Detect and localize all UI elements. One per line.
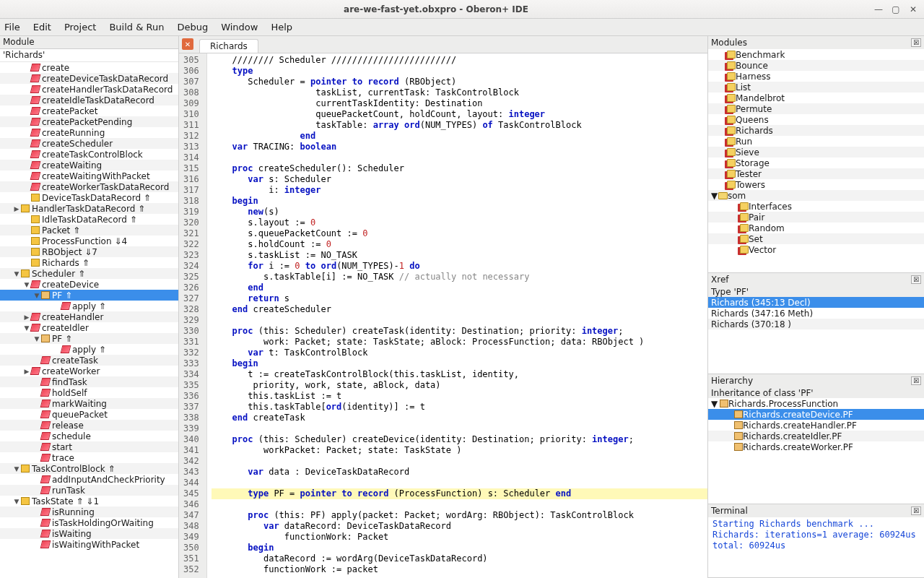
module-item[interactable]: Richards [708, 125, 924, 136]
tree-item[interactable]: ▼PF ⇑ [0, 333, 178, 344]
hierarchy-item[interactable]: Richards.createDevice.PF [708, 409, 924, 420]
tree-item[interactable]: ▼TaskState ⇑ ⇓1 [0, 496, 178, 506]
xref-item[interactable]: Richards (370:18 ) [708, 319, 924, 329]
modules-tree[interactable]: BenchmarkBounceHarnessListMandelbrotPerm… [708, 49, 924, 272]
tree-item[interactable]: isWaiting [0, 528, 178, 539]
tree-item[interactable]: IdleTaskDataRecord ⇑ [0, 214, 178, 225]
menu-edit[interactable]: Edit [33, 22, 51, 33]
tree-item[interactable]: createTask [0, 355, 178, 366]
close-button[interactable]: ✕ [907, 3, 920, 16]
proc-icon [40, 486, 51, 495]
panel-close-icon[interactable]: ☒ [911, 506, 921, 515]
tree-item[interactable]: RBObject ⇓7 [0, 246, 178, 257]
module-item[interactable]: Mandelbrot [708, 92, 924, 103]
module-tree[interactable]: createcreateDeviceTaskDataRecordcreateHa… [0, 62, 178, 578]
module-item[interactable]: Sieve [708, 147, 924, 158]
xref-item[interactable]: Richards (345:13 Decl) [708, 297, 924, 308]
code-editor[interactable]: 3053063073083093103113123133143153163173… [179, 53, 707, 578]
tree-label: createWorker [42, 366, 100, 376]
tree-item[interactable]: holdSelf [0, 387, 178, 398]
tree-item[interactable]: apply ⇑ [0, 301, 178, 311]
tree-item[interactable]: release [0, 420, 178, 431]
tree-item[interactable]: ▼createDevice [0, 279, 178, 290]
menu-debug[interactable]: Debug [177, 22, 208, 33]
tree-item[interactable]: createIdleTaskDataRecord [0, 95, 178, 105]
hierarchy-item[interactable]: ▼Richards.ProcessFunction [708, 398, 924, 409]
menu-help[interactable]: Help [271, 22, 292, 33]
module-item[interactable]: Benchmark [708, 49, 924, 60]
tree-item[interactable]: ▶createHandler [0, 311, 178, 322]
module-item[interactable]: Vector [708, 244, 924, 255]
tree-item[interactable]: createTaskControlBlock [0, 149, 178, 160]
tree-item[interactable]: isWaitingWithPacket [0, 539, 178, 550]
tree-item[interactable]: queuePacket [0, 409, 178, 420]
tree-item[interactable]: createPacket [0, 105, 178, 116]
tree-item[interactable]: schedule [0, 431, 178, 441]
proc-icon [40, 377, 51, 387]
tree-item[interactable]: create [0, 62, 178, 73]
module-item[interactable]: Run [708, 136, 924, 147]
tree-item[interactable]: createRunning [0, 127, 178, 138]
tree-item[interactable]: createHandlerTaskDataRecord [0, 84, 178, 95]
module-item[interactable]: Permute [708, 103, 924, 114]
tree-item[interactable]: ▼TaskControlBlock ⇑ [0, 463, 178, 474]
tree-item[interactable]: findTask [0, 376, 178, 387]
tree-item[interactable]: createScheduler [0, 138, 178, 149]
module-item[interactable]: Interfaces [708, 201, 924, 212]
module-item[interactable]: Storage [708, 158, 924, 168]
tree-item[interactable]: ▼Scheduler ⇑ [0, 268, 178, 279]
tree-item[interactable]: ProcessFunction ⇓4 [0, 236, 178, 246]
module-item[interactable]: Towers [708, 179, 924, 190]
tree-item[interactable]: ▶HandlerTaskDataRecord ⇑ [0, 203, 178, 214]
module-item[interactable]: Set [708, 233, 924, 244]
module-item[interactable]: Queens [708, 114, 924, 125]
tree-item[interactable]: trace [0, 452, 178, 463]
menu-project[interactable]: Project [64, 22, 96, 33]
tree-item[interactable]: DeviceTaskDataRecord ⇑ [0, 192, 178, 203]
menu-file[interactable]: File [4, 22, 20, 33]
module-item[interactable]: List [708, 82, 924, 92]
tree-item[interactable]: createWorkerTaskDataRecord [0, 181, 178, 192]
module-item[interactable]: Tester [708, 168, 924, 179]
tree-item[interactable]: Richards ⇑ [0, 257, 178, 268]
tree-item[interactable]: apply ⇑ [0, 344, 178, 355]
editor-tab[interactable]: Richards [199, 39, 258, 53]
tree-item[interactable]: start [0, 441, 178, 452]
panel-close-icon[interactable]: ☒ [911, 38, 921, 47]
tree-item[interactable]: createWaiting [0, 160, 178, 171]
panel-close-icon[interactable]: ☒ [911, 275, 921, 284]
tree-item[interactable]: ▼PF ⇑ [0, 290, 178, 301]
tree-item[interactable]: createWaitingWithPacket [0, 171, 178, 181]
close-all-tabs-icon[interactable]: ✕ [182, 38, 193, 50]
xref-list[interactable]: Richards (345:13 Decl)Richards (347:16 M… [708, 297, 924, 374]
tree-item[interactable]: markWaiting [0, 398, 178, 409]
tree-item[interactable]: isTaskHoldingOrWaiting [0, 517, 178, 528]
module-item[interactable]: Random [708, 223, 924, 233]
tree-item[interactable]: addInputAndCheckPriority [0, 474, 178, 485]
hierarchy-tree[interactable]: ▼Richards.ProcessFunctionRichards.create… [708, 398, 924, 504]
tree-item[interactable]: ▼createIdler [0, 322, 178, 333]
proc-icon [30, 85, 40, 94]
tree-item[interactable]: createPacketPending [0, 116, 178, 127]
menu-window[interactable]: Window [221, 22, 258, 33]
module-item[interactable]: Bounce [708, 60, 924, 71]
tree-label: trace [52, 453, 74, 463]
minimize-button[interactable]: — [872, 3, 885, 16]
tree-item[interactable]: runTask [0, 485, 178, 496]
tree-item[interactable]: createDeviceTaskDataRecord [0, 73, 178, 84]
tree-item[interactable]: isRunning [0, 506, 178, 517]
maximize-button[interactable]: ▢ [889, 3, 902, 16]
code-area[interactable]: //////// Scheduler /////////////////////… [207, 53, 707, 578]
module-item[interactable]: Harness [708, 71, 924, 82]
terminal-output[interactable]: Starting Richards benchmark ...Richards:… [708, 517, 924, 553]
module-folder[interactable]: ▼som [708, 190, 924, 201]
xref-item[interactable]: Richards (347:16 Meth) [708, 308, 924, 319]
tree-item[interactable]: ▶createWorker [0, 366, 178, 376]
hierarchy-item[interactable]: Richards.createWorker.PF [708, 441, 924, 452]
hierarchy-item[interactable]: Richards.createIdler.PF [708, 431, 924, 441]
menu-build-run[interactable]: Build & Run [109, 22, 164, 33]
panel-close-icon[interactable]: ☒ [911, 376, 921, 385]
hierarchy-item[interactable]: Richards.createHandler.PF [708, 420, 924, 431]
module-item[interactable]: Pair [708, 212, 924, 223]
tree-item[interactable]: Packet ⇑ [0, 225, 178, 236]
